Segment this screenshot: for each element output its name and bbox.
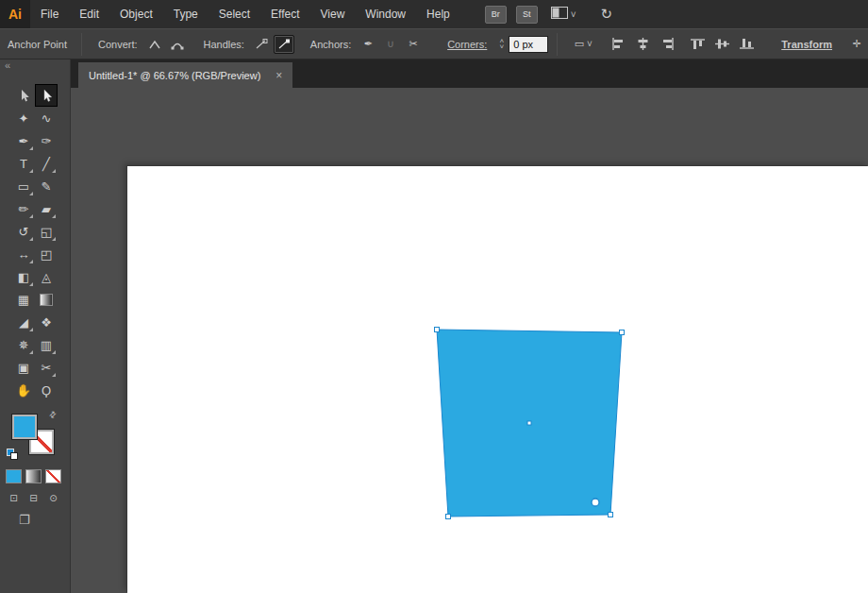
rotate-tool[interactable]: ↺ (12, 220, 35, 243)
align-top-button[interactable] (687, 35, 708, 54)
free-transform-tool[interactable]: ◰ (35, 243, 58, 265)
sync-settings-icon[interactable]: ↻ (601, 6, 613, 23)
column-graph-tool[interactable]: ▥ (35, 333, 58, 356)
align-left-button[interactable] (608, 35, 628, 54)
menu-file[interactable]: File (30, 0, 69, 28)
anchors-label: Anchors: (310, 39, 351, 50)
none-button[interactable] (45, 469, 61, 483)
blend-tool[interactable]: ❖ (35, 311, 58, 333)
menu-window[interactable]: Window (355, 0, 416, 28)
handles-label: Handles: (203, 39, 243, 50)
convert-label: Convert: (98, 39, 138, 50)
menu-object[interactable]: Object (109, 0, 163, 28)
anchor-point[interactable] (435, 328, 440, 332)
control-bar: Anchor Point Convert: Handles: Anchors: … (0, 28, 868, 59)
swap-fill-stroke-icon[interactable]: ⇄ (47, 409, 58, 420)
width-tool[interactable]: ↔ (12, 243, 35, 265)
pencil-tool[interactable]: ✏ (12, 197, 35, 220)
transform-link[interactable]: Transform (781, 39, 832, 50)
mesh-tool[interactable]: ▦ (12, 288, 35, 311)
corners-input[interactable] (509, 36, 548, 53)
align-bottom-button[interactable] (736, 35, 757, 54)
gradient-button[interactable] (25, 469, 42, 483)
draw-behind-button[interactable]: ⊟ (25, 491, 42, 505)
magic-wand-tool[interactable]: ✦ (12, 107, 35, 129)
document-tab[interactable]: Untitled-1* @ 66.67% (RGB/Preview) × (78, 62, 292, 88)
corners-stepper[interactable]: ˄ ˅ (496, 39, 507, 50)
hide-handles-button[interactable] (274, 35, 294, 54)
pen-tool[interactable]: ✒ (12, 129, 35, 152)
tools-grid: ✦ ∿ ✒ ✑ T ╱ ▭ ✎ ✏ ▰ ↺ ◱ ↔ ◰ ◧ ◬ ▦ ◢ ❖ ✵ … (12, 84, 58, 401)
menu-help[interactable]: Help (416, 0, 460, 28)
draw-mode-buttons: ⊡ ⊟ ⊙ (6, 491, 70, 505)
align-middle-button[interactable] (711, 35, 732, 54)
hand-tool[interactable]: ✋ (12, 379, 35, 401)
fill-stroke-widget: ⇄ (12, 413, 58, 456)
stock-button[interactable]: St (516, 6, 538, 24)
bridge-button[interactable]: Br (485, 6, 507, 24)
shape-builder-tool[interactable]: ◧ (12, 265, 35, 288)
convert-to-smooth-button[interactable] (167, 35, 188, 54)
chevron-down-icon: ˅ (571, 9, 576, 20)
menu-bar: Ai File Edit Object Type Select Effect V… (0, 0, 868, 28)
show-handles-button[interactable] (251, 35, 272, 54)
menu-type[interactable]: Type (163, 0, 209, 28)
anchor-point[interactable] (446, 515, 451, 519)
stepper-down-icon[interactable]: ˅ (499, 44, 504, 50)
eyedropper-tool[interactable]: ◢ (12, 311, 35, 333)
vertical-align-group (685, 35, 759, 54)
line-segment-tool[interactable]: ╱ (35, 152, 58, 175)
eraser-tool[interactable]: ▰ (35, 197, 58, 220)
color-button[interactable] (6, 469, 22, 483)
curvature-tool[interactable]: ✑ (35, 129, 58, 152)
menu-effect[interactable]: Effect (260, 0, 309, 28)
rectangle-tool[interactable]: ▭ (12, 175, 35, 197)
document-tab-title: Untitled-1* @ 66.67% (RGB/Preview) (89, 70, 260, 81)
type-tool[interactable]: T (12, 152, 35, 175)
app-logo: Ai (0, 0, 30, 28)
remove-anchor-button[interactable]: ✒ (358, 35, 378, 54)
isolate-selected-object-button[interactable]: ✛ (846, 35, 867, 54)
selection-tool[interactable] (12, 84, 35, 107)
tools-panel: « ✦ ∿ ✒ ✑ T ╱ ▭ ✎ ✏ ▰ ↺ ◱ ↔ ◰ ◧ ◬ ▦ ◢ ❖ … (0, 59, 71, 593)
cut-path-button[interactable]: ✂ (403, 35, 424, 54)
align-right-button[interactable] (657, 35, 677, 54)
menu-select[interactable]: Select (209, 0, 260, 28)
corners-link[interactable]: Corners: (447, 39, 487, 50)
shape-options-button[interactable]: ▭ ˅ (567, 35, 599, 54)
live-corner-widget[interactable] (592, 499, 599, 506)
close-icon[interactable]: × (275, 69, 282, 82)
panel-collapse-button[interactable]: « (0, 59, 70, 76)
convert-to-corner-button[interactable] (144, 35, 165, 54)
document-tab-bar: Untitled-1* @ 66.67% (RGB/Preview) × (71, 59, 868, 88)
direct-selection-tool[interactable] (35, 84, 58, 107)
draw-normal-button[interactable]: ⊡ (6, 491, 22, 505)
fill-swatch[interactable] (12, 415, 37, 439)
symbol-sprayer-tool[interactable]: ✵ (12, 333, 35, 356)
gradient-tool[interactable] (35, 288, 58, 311)
menu-edit[interactable]: Edit (69, 0, 109, 28)
selection-overlay (71, 88, 868, 593)
context-label: Anchor Point (8, 39, 67, 50)
menu-view[interactable]: View (310, 0, 356, 28)
anchor-point[interactable] (609, 513, 613, 517)
connect-endpoints-button[interactable]: ∪ (380, 35, 401, 54)
default-fill-stroke-icon[interactable] (7, 449, 20, 460)
lasso-tool[interactable]: ∿ (35, 107, 58, 129)
zoom-tool[interactable]: Ϙ (35, 379, 58, 401)
align-center-button[interactable] (632, 35, 653, 54)
slice-tool[interactable]: ✂ (35, 356, 58, 379)
draw-inside-button[interactable]: ⊙ (45, 491, 61, 505)
canvas[interactable] (71, 88, 868, 593)
horizontal-align-group (606, 35, 679, 54)
perspective-grid-tool[interactable]: ◬ (35, 265, 58, 288)
anchor-point[interactable] (620, 330, 625, 335)
screen-mode-button[interactable]: ❐ (19, 513, 30, 527)
artboard-tool[interactable]: ▣ (12, 356, 35, 379)
center-point (527, 421, 531, 425)
paintbrush-tool[interactable]: ✎ (35, 175, 58, 197)
scale-tool[interactable]: ◱ (35, 220, 58, 243)
paint-buttons (6, 469, 70, 483)
divider (81, 33, 82, 56)
workspace-switcher[interactable]: ˅ (551, 6, 576, 23)
